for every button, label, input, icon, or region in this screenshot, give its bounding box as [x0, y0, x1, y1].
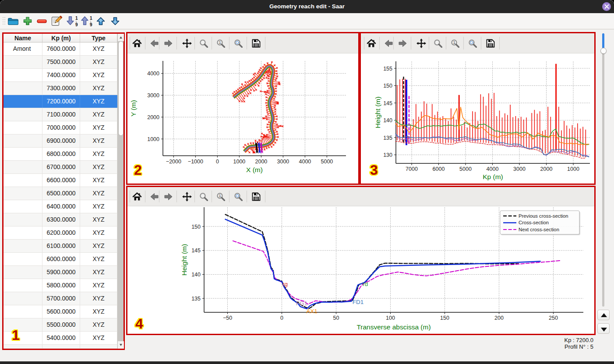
svg-text:1: 1	[90, 16, 92, 21]
svg-text:50: 50	[333, 315, 339, 321]
svg-text:4000: 4000	[487, 166, 499, 172]
svg-text:Previous cross-section: Previous cross-section	[519, 213, 568, 219]
svg-text:7000: 7000	[406, 166, 418, 172]
svg-text:−50: −50	[223, 315, 232, 321]
svg-text:150: 150	[440, 315, 449, 321]
svg-text:3000: 3000	[277, 159, 289, 165]
svg-text:135: 135	[383, 135, 392, 141]
svg-text:3000: 3000	[513, 166, 526, 172]
svg-text:Y (m): Y (m)	[130, 100, 137, 117]
svg-text:2000: 2000	[255, 159, 267, 165]
svg-text:5000: 5000	[321, 159, 333, 165]
svg-text:FG1: FG1	[296, 300, 307, 307]
svg-text:Kp (m): Kp (m)	[483, 173, 503, 180]
svg-text:1: 1	[75, 16, 78, 21]
svg-text:150: 150	[191, 224, 201, 230]
svg-text:1: 1	[453, 40, 455, 45]
svg-text:9: 9	[90, 22, 92, 27]
svg-text:rg: rg	[282, 281, 288, 287]
svg-text:9: 9	[75, 22, 78, 27]
svg-text:0: 0	[216, 159, 219, 165]
svg-text:130: 130	[383, 152, 392, 158]
svg-text:1000: 1000	[567, 166, 579, 172]
svg-text:1000: 1000	[147, 136, 159, 142]
svg-text:150: 150	[383, 83, 392, 89]
svg-text:140: 140	[383, 117, 392, 124]
svg-text:2000: 2000	[147, 114, 159, 120]
svg-text:100: 100	[386, 315, 395, 321]
svg-text:6000: 6000	[433, 166, 445, 172]
svg-text:Height (m): Height (m)	[374, 96, 381, 128]
svg-text:4000: 4000	[299, 159, 311, 165]
svg-text:0: 0	[280, 315, 283, 321]
svg-text:1: 1	[219, 40, 221, 45]
svg-text:−1000: −1000	[188, 159, 203, 165]
svg-text:Next cross-section: Next cross-section	[519, 227, 559, 232]
svg-text:Cross-section: Cross-section	[519, 220, 549, 225]
svg-text:rd: rd	[363, 281, 368, 287]
svg-text:−2000: −2000	[166, 159, 181, 165]
svg-text:3000: 3000	[147, 92, 159, 99]
svg-text:140: 140	[191, 272, 201, 278]
svg-text:145: 145	[191, 247, 201, 254]
svg-text:X (m): X (m)	[246, 166, 263, 173]
svg-text:1: 1	[219, 194, 221, 198]
svg-text:4000: 4000	[147, 71, 159, 77]
svg-text:AX1: AX1	[306, 308, 318, 315]
svg-text:2000: 2000	[540, 166, 553, 172]
svg-text:145: 145	[383, 100, 392, 106]
svg-text:1000: 1000	[233, 159, 245, 165]
svg-text:155: 155	[383, 66, 392, 72]
svg-text:Transverse abscissa (m): Transverse abscissa (m)	[356, 323, 431, 331]
svg-text:5000: 5000	[459, 166, 472, 172]
svg-text:135: 135	[191, 296, 201, 302]
svg-text:FD1: FD1	[353, 299, 364, 305]
svg-text:200: 200	[494, 315, 504, 321]
svg-text:Height (m): Height (m)	[180, 244, 188, 276]
svg-text:250: 250	[549, 315, 558, 321]
